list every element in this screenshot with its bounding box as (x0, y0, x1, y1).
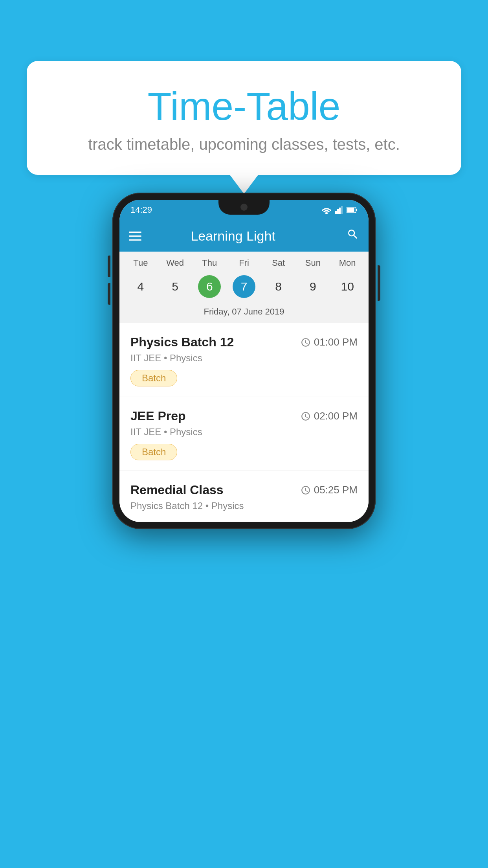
camera-dot (240, 204, 248, 211)
schedule-item-2[interactable]: JEE Prep 02:00 PM IIT JEE • Physics Batc… (119, 397, 369, 471)
speech-bubble-container: Time-Table track timetable, upcoming cla… (27, 61, 461, 194)
schedule-subtitle-1: IIT JEE • Physics (130, 353, 358, 364)
svg-rect-2 (339, 208, 341, 214)
svg-rect-1 (337, 209, 339, 214)
speech-bubble-tail (230, 175, 258, 194)
schedule-item-3[interactable]: Remedial Class 05:25 PM Physics Batch 12… (119, 471, 369, 522)
batch-tag-2: Batch (130, 444, 177, 460)
notch (218, 200, 270, 215)
schedule-item-1[interactable]: Physics Batch 12 01:00 PM IIT JEE • Phys… (119, 323, 369, 397)
schedule-time-2: 02:00 PM (301, 410, 358, 422)
phone-wrapper: 14:29 (112, 193, 376, 529)
power-button[interactable] (378, 265, 380, 301)
date-5[interactable]: 5 (158, 274, 193, 299)
svg-rect-3 (341, 206, 343, 214)
schedule-item-header-3: Remedial Class 05:25 PM (130, 483, 358, 497)
day-fri: Fri (227, 258, 261, 268)
selected-date-label: Friday, 07 June 2019 (119, 303, 369, 323)
date-6-today[interactable]: 6 (198, 275, 221, 298)
status-icons (321, 206, 358, 214)
schedule-time-1: 01:00 PM (301, 336, 358, 348)
date-7-selected[interactable]: 7 (233, 275, 255, 298)
schedule-subtitle-2: IIT JEE • Physics (130, 427, 358, 438)
batch-tag-1: Batch (130, 370, 177, 386)
date-4[interactable]: 4 (123, 274, 158, 299)
svg-rect-6 (347, 208, 354, 212)
phone-outer: 14:29 (112, 193, 376, 529)
clock-icon-1 (301, 337, 311, 348)
bubble-title: Time-Table (50, 85, 438, 128)
date-8[interactable]: 8 (261, 274, 296, 299)
volume-down-button[interactable] (108, 283, 110, 305)
date-10[interactable]: 10 (330, 274, 365, 299)
signal-icon (335, 206, 343, 214)
schedule-item-header-2: JEE Prep 02:00 PM (130, 409, 358, 423)
day-sun: Sun (296, 258, 330, 268)
schedule-title-3: Remedial Class (130, 483, 224, 497)
schedule-time-3: 05:25 PM (301, 484, 358, 496)
wifi-icon (321, 206, 332, 214)
day-sat: Sat (261, 258, 296, 268)
date-row: 4 5 6 7 8 9 10 (119, 271, 369, 303)
day-wed: Wed (158, 258, 193, 268)
search-button[interactable] (347, 228, 359, 244)
clock-icon-3 (301, 485, 311, 495)
speech-bubble: Time-Table track timetable, upcoming cla… (27, 61, 461, 175)
phone-screen: 14:29 (119, 200, 369, 522)
status-time: 14:29 (130, 205, 152, 215)
app-bar-title: Learning Light (119, 228, 347, 244)
app-bar: Learning Light (119, 220, 369, 252)
schedule-title-1: Physics Batch 12 (130, 335, 234, 349)
schedule-item-header-1: Physics Batch 12 01:00 PM (130, 335, 358, 349)
schedule-title-2: JEE Prep (130, 409, 186, 423)
day-mon: Mon (330, 258, 365, 268)
clock-icon-2 (301, 411, 311, 421)
status-bar: 14:29 (119, 200, 369, 220)
day-thu: Thu (192, 258, 227, 268)
schedule-list: Physics Batch 12 01:00 PM IIT JEE • Phys… (119, 323, 369, 522)
calendar-section: Tue Wed Thu Fri Sat Sun Mon 4 5 6 7 8 9 … (119, 252, 369, 323)
svg-rect-0 (335, 211, 337, 214)
svg-rect-5 (356, 209, 357, 211)
battery-icon (347, 206, 358, 213)
date-9[interactable]: 9 (296, 274, 330, 299)
day-tue: Tue (123, 258, 158, 268)
schedule-subtitle-3: Physics Batch 12 • Physics (130, 500, 358, 511)
day-headers: Tue Wed Thu Fri Sat Sun Mon (119, 252, 369, 271)
bubble-subtitle: track timetable, upcoming classes, tests… (50, 136, 438, 153)
volume-up-button[interactable] (108, 256, 110, 277)
